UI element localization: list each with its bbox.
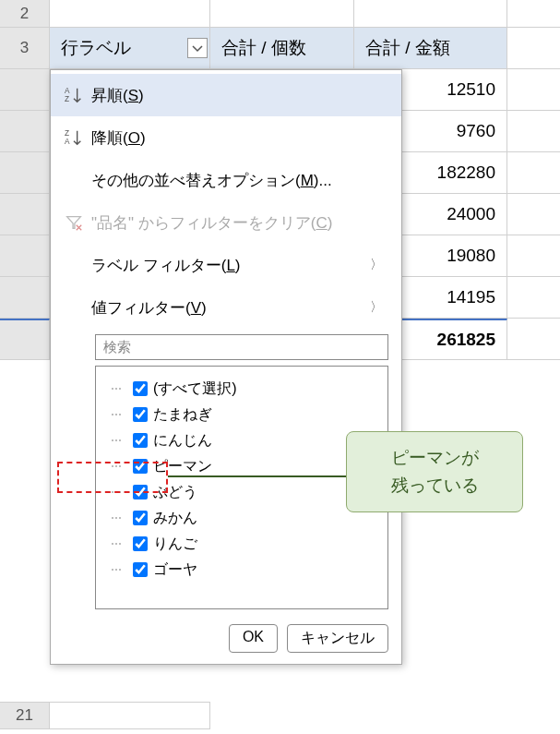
checkbox[interactable] bbox=[133, 536, 148, 551]
callout-line1: ピーマンが bbox=[391, 444, 479, 472]
checklist-item[interactable]: ⋯にんじん bbox=[105, 427, 378, 453]
search-input[interactable]: 検索 bbox=[95, 334, 388, 360]
filter-dropdown-button[interactable] bbox=[187, 38, 208, 58]
row-number: 21 bbox=[0, 703, 50, 728]
annotation-callout: ピーマンが 残っている bbox=[346, 431, 523, 512]
menu-more-sort[interactable]: その他の並べ替えオプション(M)... bbox=[51, 159, 401, 201]
checklist-item[interactable]: ⋯ぶどう bbox=[105, 479, 378, 505]
chevron-right-icon: 〉 bbox=[370, 257, 388, 273]
clear-filter-icon bbox=[64, 212, 91, 233]
checklist-item[interactable]: ⋯りんご bbox=[105, 531, 378, 557]
checklist-item[interactable]: ⋯たまねぎ bbox=[105, 402, 378, 427]
checkbox[interactable] bbox=[133, 459, 148, 474]
filter-checklist[interactable]: ⋯(すべて選択) ⋯たまねぎ ⋯にんじん ⋯ピーマン ⋯ぶどう ⋯みかん ⋯りん… bbox=[95, 366, 388, 609]
header-sum-count: 合計 / 個数 bbox=[210, 28, 354, 68]
cancel-button[interactable]: キャンセル bbox=[287, 624, 388, 653]
checkbox[interactable] bbox=[133, 433, 148, 448]
menu-value-filter[interactable]: 値フィルター(V) 〉 bbox=[51, 286, 401, 329]
header-rowlabel[interactable]: 行ラベル bbox=[50, 28, 210, 68]
checklist-item[interactable]: ⋯ゴーヤ bbox=[105, 557, 378, 583]
menu-clear-filter: "品名" からフィルターをクリア(C) bbox=[51, 201, 401, 244]
menu-label-filter[interactable]: ラベル フィルター(L) 〉 bbox=[51, 244, 401, 286]
svg-text:Z: Z bbox=[65, 129, 69, 138]
sort-desc-icon: ZA bbox=[64, 127, 91, 148]
checkbox[interactable] bbox=[133, 511, 148, 525]
svg-text:A: A bbox=[65, 138, 70, 146]
ok-button[interactable]: OK bbox=[229, 624, 278, 653]
chevron-right-icon: 〉 bbox=[370, 299, 388, 316]
checklist-item[interactable]: ⋯みかん bbox=[105, 505, 378, 531]
checkbox[interactable] bbox=[133, 485, 148, 499]
header-rowlabel-text: 行ラベル bbox=[61, 36, 131, 60]
svg-text:Z: Z bbox=[65, 95, 69, 103]
checklist-item-select-all[interactable]: ⋯(すべて選択) bbox=[105, 376, 378, 402]
menu-sort-desc[interactable]: ZA 降順(O) bbox=[51, 116, 401, 159]
svg-text:A: A bbox=[65, 87, 70, 95]
row-number: 3 bbox=[0, 28, 50, 68]
annotation-line bbox=[168, 475, 347, 477]
row-number: 2 bbox=[0, 0, 50, 27]
chevron-down-icon bbox=[188, 38, 207, 58]
checkbox[interactable] bbox=[133, 562, 148, 577]
sort-asc-icon: AZ bbox=[64, 85, 91, 105]
search-placeholder: 検索 bbox=[103, 339, 131, 356]
header-sum-amount: 合計 / 金額 bbox=[354, 28, 507, 68]
filter-menu: AZ 昇順(S) ZA 降順(O) その他の並べ替えオプション(M)... "品… bbox=[50, 69, 402, 665]
callout-line2: 残っている bbox=[391, 472, 479, 499]
checkbox[interactable] bbox=[133, 407, 148, 422]
menu-sort-asc[interactable]: AZ 昇順(S) bbox=[51, 74, 401, 116]
checkbox[interactable] bbox=[133, 381, 148, 396]
